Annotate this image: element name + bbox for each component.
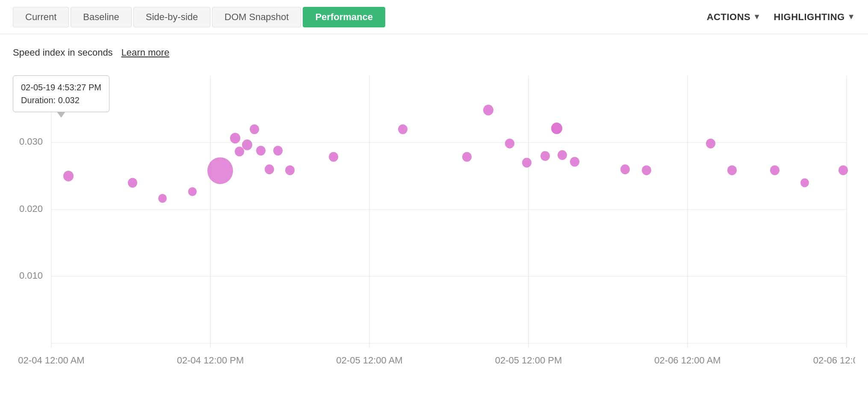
data-point[interactable] (642, 165, 651, 175)
svg-text:02-05 12:00 AM: 02-05 12:00 AM (336, 354, 402, 366)
highlighting-button[interactable]: HIGHLIGHTING ▼ (774, 12, 855, 23)
svg-text:0.020: 0.020 (19, 203, 43, 214)
data-point[interactable] (250, 124, 259, 134)
data-point[interactable] (158, 194, 167, 203)
svg-text:02-06 12:00 AM: 02-06 12:00 AM (654, 354, 720, 366)
data-point[interactable] (242, 140, 252, 150)
data-point[interactable] (63, 171, 74, 182)
data-point[interactable] (273, 146, 283, 155)
data-point[interactable] (128, 178, 137, 188)
main-content: Speed index in seconds Learn more 0.030 (0, 34, 868, 388)
svg-text:0.010: 0.010 (19, 270, 43, 281)
learn-more-link[interactable]: Learn more (121, 47, 170, 58)
svg-text:02-06 12:00 PM: 02-06 12:00 PM (813, 354, 855, 366)
tab-current[interactable]: Current (13, 7, 69, 27)
chart-container: 0.030 0.020 0.010 02-04 12:00 AM 02-04 1… (13, 67, 855, 388)
data-point[interactable] (838, 165, 848, 175)
chart-label-row: Speed index in seconds Learn more (13, 47, 855, 58)
data-point[interactable] (558, 150, 567, 160)
header: Current Baseline Side-by-side DOM Snapsh… (0, 0, 868, 34)
tooltip-data-point[interactable] (551, 122, 562, 134)
data-point[interactable] (207, 157, 233, 184)
speed-index-label: Speed index in seconds (13, 47, 113, 58)
data-point[interactable] (727, 165, 737, 175)
svg-text:02-04 12:00 PM: 02-04 12:00 PM (177, 354, 244, 366)
actions-dropdown-arrow: ▼ (753, 12, 761, 21)
data-point[interactable] (285, 165, 295, 175)
data-point[interactable] (462, 152, 472, 162)
data-point[interactable] (265, 164, 274, 174)
data-point[interactable] (256, 146, 266, 155)
data-point[interactable] (800, 178, 809, 187)
data-point[interactable] (540, 151, 550, 161)
header-actions: ACTIONS ▼ HIGHLIGHTING ▼ (707, 12, 855, 23)
actions-button[interactable]: ACTIONS ▼ (707, 12, 761, 23)
tab-dom-snapshot[interactable]: DOM Snapshot (212, 7, 301, 27)
tab-baseline[interactable]: Baseline (71, 7, 131, 27)
chart-svg: 0.030 0.020 0.010 02-04 12:00 AM 02-04 1… (13, 67, 855, 388)
data-point[interactable] (522, 158, 531, 168)
data-point[interactable] (620, 164, 630, 174)
data-point[interactable] (188, 187, 197, 196)
data-point[interactable] (570, 157, 579, 167)
highlighting-dropdown-arrow: ▼ (847, 12, 855, 21)
svg-text:02-05 12:00 PM: 02-05 12:00 PM (495, 354, 562, 366)
svg-text:0.030: 0.030 (19, 136, 43, 147)
data-point[interactable] (329, 152, 338, 162)
data-point[interactable] (398, 124, 407, 134)
data-point[interactable] (706, 139, 715, 149)
data-point[interactable] (505, 139, 514, 149)
svg-text:02-04 12:00 AM: 02-04 12:00 AM (18, 354, 84, 366)
tab-bar: Current Baseline Side-by-side DOM Snapsh… (13, 7, 385, 27)
tab-side-by-side[interactable]: Side-by-side (133, 7, 210, 27)
data-point[interactable] (230, 133, 240, 143)
data-point[interactable] (235, 146, 244, 156)
tab-performance[interactable]: Performance (303, 7, 385, 27)
data-point[interactable] (770, 165, 779, 175)
data-point[interactable] (483, 105, 493, 116)
